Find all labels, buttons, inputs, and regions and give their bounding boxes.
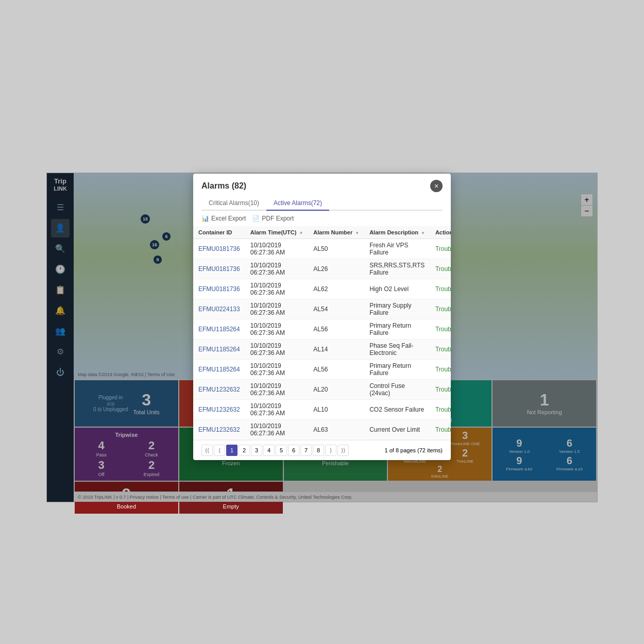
cell-alarm-description: Primary Supply Failure	[364, 299, 430, 319]
page-6-button[interactable]: 6	[288, 445, 299, 456]
modal-tabs: Critical Alarms(10) Active Alarms(72)	[201, 196, 443, 211]
table-row: EFMU1185264 10/10/2019 06:27:36 AM AL56 …	[193, 360, 451, 380]
cell-alarm-number: AL56	[308, 319, 364, 340]
modal-title: Alarms (82)	[201, 181, 246, 191]
table-row: EFMU0181736 10/10/2019 06:27:36 AM AL50 …	[193, 239, 451, 259]
cell-alarm-number: AL63	[308, 420, 364, 440]
troubleshoot-link[interactable]: Troubleshoot	[435, 366, 451, 373]
page-next-button[interactable]: ⟩	[325, 445, 336, 456]
page-4-button[interactable]: 4	[263, 445, 275, 456]
cell-container-id: EFMU1185264	[193, 319, 245, 340]
pagination-controls: ⟨⟨ ⟨ 1 2 3 4 5 6 7 8 ⟩ ⟩⟩	[201, 445, 349, 456]
cell-alarm-time: 10/10/2019 06:27:36 AM	[245, 380, 309, 400]
cell-alarm-number: AL20	[308, 380, 364, 400]
cell-container-id: EFMU1232632	[193, 380, 245, 400]
pdf-export-label: PDF Export	[262, 215, 294, 222]
table-header-row: Container ID Alarm Time(UTC) ▼ Alarm Num…	[193, 226, 451, 239]
container-link[interactable]: EFMU1232632	[198, 386, 240, 393]
alarms-table: Container ID Alarm Time(UTC) ▼ Alarm Num…	[193, 226, 451, 440]
page-5-button[interactable]: 5	[276, 445, 287, 456]
table-row: EFMU0224133 10/10/2019 06:27:36 AM AL54 …	[193, 299, 451, 319]
pdf-icon: 📄	[252, 215, 260, 222]
troubleshoot-link[interactable]: Troubleshoot	[435, 245, 451, 252]
col-alarm-time: Alarm Time(UTC) ▼	[245, 226, 309, 239]
cell-alarm-number: AL54	[308, 299, 364, 319]
troubleshoot-link[interactable]: Troubleshoot	[435, 406, 451, 413]
cell-alarm-number: AL26	[308, 259, 364, 279]
troubleshoot-link[interactable]: Troubleshoot	[435, 265, 451, 273]
cell-alarm-description: CO2 Sensor Failure	[364, 400, 430, 420]
cell-alarm-number: AL14	[308, 340, 364, 360]
cell-alarm-description: High O2 Level	[364, 279, 430, 299]
cell-action: Troubleshoot	[430, 420, 451, 440]
pdf-export-button[interactable]: 📄 PDF Export	[252, 215, 294, 222]
page-8-button[interactable]: 8	[313, 445, 324, 456]
table-row: EFMU1185264 10/10/2019 06:27:36 AM AL56 …	[193, 319, 451, 340]
alarms-modal: Alarms (82) × Critical Alarms(10) Active…	[193, 174, 451, 460]
container-link[interactable]: EFMU1232632	[198, 406, 240, 413]
modal-toolbar: 📊 Excel Export 📄 PDF Export	[193, 211, 451, 226]
table-row: EFMU1232632 10/10/2019 06:27:36 AM AL10 …	[193, 400, 451, 420]
troubleshoot-link[interactable]: Troubleshoot	[435, 326, 451, 333]
container-link[interactable]: EFMU1232632	[198, 426, 240, 433]
troubleshoot-link[interactable]: Troubleshoot	[435, 306, 451, 313]
page-last-button[interactable]: ⟩⟩	[337, 445, 349, 456]
table-row: EFMU1232632 10/10/2019 06:27:36 AM AL63 …	[193, 420, 451, 440]
modal-close-button[interactable]: ×	[430, 180, 443, 192]
cell-alarm-time: 10/10/2019 06:27:36 AM	[245, 299, 309, 319]
cell-alarm-number: AL10	[308, 400, 364, 420]
page-prev-button[interactable]: ⟨	[214, 445, 225, 456]
troubleshoot-link[interactable]: Troubleshoot	[435, 386, 451, 393]
cell-alarm-number: AL62	[308, 279, 364, 299]
cell-action: Troubleshoot	[430, 319, 451, 340]
page-7-button[interactable]: 7	[300, 445, 312, 456]
cell-container-id: EFMU1232632	[193, 420, 245, 440]
tab-active-alarms[interactable]: Active Alarms(72)	[266, 196, 329, 211]
container-link[interactable]: EFMU0181736	[198, 245, 240, 252]
cell-alarm-time: 10/10/2019 06:27:36 AM	[245, 400, 309, 420]
cell-action: Troubleshoot	[430, 360, 451, 380]
cell-action: Troubleshoot	[430, 299, 451, 319]
excel-export-button[interactable]: 📊 Excel Export	[201, 215, 246, 222]
page-1-button[interactable]: 1	[226, 445, 238, 456]
tile-empty-label: Empty	[223, 503, 239, 510]
page-3-button[interactable]: 3	[251, 445, 262, 456]
cell-action: Troubleshoot	[430, 279, 451, 299]
page-first-button[interactable]: ⟨⟨	[201, 445, 213, 456]
cell-container-id: EFMU0181736	[193, 239, 245, 259]
table-row: EFMU0181736 10/10/2019 06:27:36 AM AL62 …	[193, 279, 451, 299]
table-row: EFMU1232632 10/10/2019 06:27:36 AM AL20 …	[193, 380, 451, 400]
cell-alarm-number: AL56	[308, 360, 364, 380]
container-link[interactable]: EFMU0181736	[198, 285, 240, 293]
sort-number-icon: ▼	[355, 231, 359, 235]
troubleshoot-link[interactable]: Troubleshoot	[435, 426, 451, 433]
table-row: EFMU1185264 10/10/2019 06:27:36 AM AL14 …	[193, 340, 451, 360]
cell-action: Troubleshoot	[430, 239, 451, 259]
troubleshoot-link[interactable]: Troubleshoot	[435, 285, 451, 293]
modal-overlay: Alarms (82) × Critical Alarms(10) Active…	[47, 173, 597, 502]
excel-icon: 📊	[201, 215, 209, 222]
container-link[interactable]: EFMU0224133	[198, 306, 240, 313]
cell-alarm-time: 10/10/2019 06:27:36 AM	[245, 420, 309, 440]
container-link[interactable]: EFMU0181736	[198, 265, 240, 273]
cell-container-id: EFMU1185264	[193, 360, 245, 380]
modal-pagination: ⟨⟨ ⟨ 1 2 3 4 5 6 7 8 ⟩ ⟩⟩ 1 of 8 pages (…	[193, 440, 451, 460]
container-link[interactable]: EFMU1185264	[198, 366, 240, 373]
cell-action: Troubleshoot	[430, 259, 451, 279]
cell-alarm-description: Primary Return Failure	[364, 360, 430, 380]
cell-container-id: EFMU1232632	[193, 400, 245, 420]
cell-alarm-time: 10/10/2019 06:27:36 AM	[245, 259, 309, 279]
col-alarm-number: Alarm Number ▼	[308, 226, 364, 239]
troubleshoot-link[interactable]: Troubleshoot	[435, 346, 451, 353]
cell-alarm-time: 10/10/2019 06:27:36 AM	[245, 319, 309, 340]
container-link[interactable]: EFMU1185264	[198, 326, 240, 333]
container-link[interactable]: EFMU1185264	[198, 346, 240, 353]
cell-container-id: EFMU0181736	[193, 259, 245, 279]
tab-critical-alarms[interactable]: Critical Alarms(10)	[201, 196, 266, 211]
tile-booked-label: Booked	[117, 503, 136, 510]
modal-table-wrapper: Container ID Alarm Time(UTC) ▼ Alarm Num…	[193, 226, 451, 440]
cell-alarm-description: Phase Seq Fail-Electronic	[364, 340, 430, 360]
page-2-button[interactable]: 2	[239, 445, 250, 456]
cell-container-id: EFMU0224133	[193, 299, 245, 319]
cell-alarm-description: Current Over Limit	[364, 420, 430, 440]
